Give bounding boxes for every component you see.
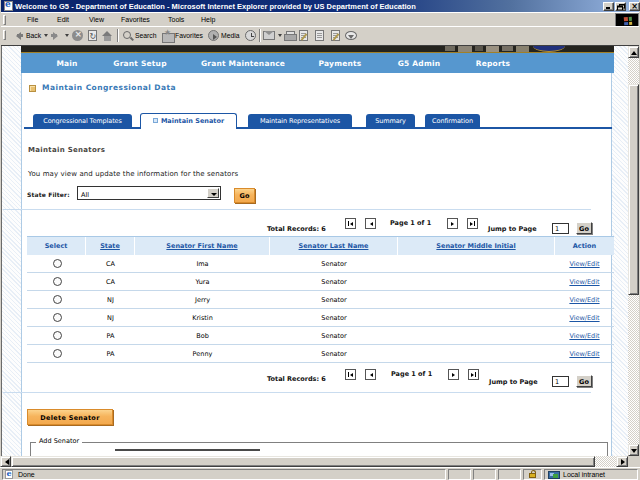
row-radio[interactable]	[53, 331, 62, 340]
tab-confirmation[interactable]: Confirmation	[425, 114, 480, 127]
jump-go-button-top[interactable]: Go	[576, 222, 592, 234]
col-last-name[interactable]: Senator Last Name	[270, 237, 398, 255]
delete-senator-button[interactable]: Delete Senator	[27, 409, 113, 425]
back-dropdown-icon[interactable]	[44, 34, 48, 37]
search-button[interactable]: Search	[122, 28, 157, 43]
scroll-down-button[interactable]	[628, 444, 639, 456]
mail-dropdown-icon[interactable]	[278, 34, 282, 37]
edit-icon	[299, 30, 308, 41]
row-radio[interactable]	[53, 277, 62, 286]
filter-go-button[interactable]: Go	[234, 188, 255, 203]
row-radio[interactable]	[53, 349, 62, 358]
home-button[interactable]	[102, 28, 113, 43]
view-edit-link[interactable]: View/Edit	[569, 332, 599, 340]
minimize-button[interactable]	[603, 2, 614, 11]
title-bar[interactable]: Welcome to G5 - Department of Education …	[0, 0, 640, 12]
next-page-button-bottom[interactable]	[448, 369, 459, 380]
close-button[interactable]	[629, 2, 640, 11]
toolbar-separator	[117, 29, 119, 42]
nav-main[interactable]: Main	[56, 59, 77, 68]
nav-g5-admin[interactable]: G5 Admin	[398, 59, 440, 68]
cell-action: View/Edit	[555, 273, 614, 290]
messenger-button[interactable]	[345, 28, 357, 43]
cell-state: NJ	[86, 309, 135, 326]
view-edit-link[interactable]: View/Edit	[569, 296, 599, 304]
jump-page-input-top[interactable]: 1	[552, 223, 569, 234]
table-row: PA Bob Senator View/Edit	[27, 327, 614, 345]
toolbar-grip[interactable]	[3, 30, 6, 40]
refresh-button[interactable]	[88, 28, 97, 43]
favorites-button[interactable]: Favorites	[162, 28, 203, 43]
horizontal-scroll-thumb[interactable]	[11, 456, 595, 467]
edit-page-button[interactable]	[315, 28, 324, 43]
edit-button[interactable]	[299, 28, 308, 43]
menu-view[interactable]: View	[89, 16, 104, 23]
vertical-scrollbar[interactable]	[628, 46, 639, 456]
forward-dropdown-icon[interactable]	[65, 34, 69, 37]
cell-state: PA	[86, 327, 135, 344]
back-button[interactable]: Back	[12, 28, 48, 43]
jump-page-input-bottom[interactable]: 1	[552, 376, 569, 387]
mail-button[interactable]	[263, 28, 282, 43]
scroll-up-button[interactable]	[628, 46, 639, 58]
menu-edit[interactable]: Edit	[57, 16, 69, 23]
state-filter-select[interactable]: All	[77, 186, 221, 200]
tab-summary[interactable]: Summary	[366, 114, 415, 127]
prev-page-button-bottom[interactable]	[365, 369, 376, 380]
table-row: CA Yura Senator View/Edit	[27, 273, 614, 291]
partial-input-top	[115, 449, 260, 451]
nav-grant-maintenance[interactable]: Grant Maintenance	[201, 59, 285, 68]
tab-maintain-senator[interactable]: Maintain Senator	[140, 113, 237, 129]
first-page-button-bottom[interactable]	[345, 369, 356, 380]
page-heading: Maintain Congressional Data	[42, 83, 176, 92]
restore-button[interactable]	[615, 2, 626, 11]
history-button[interactable]	[245, 28, 256, 43]
vertical-scroll-thumb[interactable]	[628, 84, 639, 295]
menu-tools[interactable]: Tools	[168, 16, 184, 23]
menu-favorites[interactable]: Favorites	[121, 16, 150, 23]
view-edit-link[interactable]: View/Edit	[569, 260, 599, 268]
media-button[interactable]: Media	[208, 28, 240, 43]
scroll-right-button[interactable]	[616, 456, 628, 467]
view-edit-link[interactable]: View/Edit	[569, 350, 599, 358]
row-radio[interactable]	[53, 259, 62, 268]
row-radio[interactable]	[53, 295, 62, 304]
stop-button[interactable]	[72, 28, 83, 43]
lock-icon	[529, 473, 536, 478]
tab-congressional-templates[interactable]: Congressional Templates	[33, 114, 132, 127]
discuss-button[interactable]	[331, 28, 340, 43]
horizontal-scrollbar[interactable]	[0, 456, 628, 467]
view-edit-link[interactable]: View/Edit	[569, 278, 599, 286]
col-first-name[interactable]: Senator First Name	[135, 237, 270, 255]
print-button[interactable]	[284, 28, 296, 43]
row-radio[interactable]	[53, 313, 62, 322]
scroll-left-button[interactable]	[0, 456, 11, 467]
next-page-button-top[interactable]	[447, 218, 458, 229]
tab-maintain-representatives[interactable]: Maintain Representatives	[248, 114, 352, 127]
col-middle-initial[interactable]: Senator Middle Initial	[398, 237, 555, 255]
total-records-bottom: Total Records: 6	[267, 375, 326, 383]
nav-payments[interactable]: Payments	[319, 59, 362, 68]
total-records-top: Total Records: 6	[267, 225, 326, 233]
nav-grant-setup[interactable]: Grant Setup	[113, 59, 166, 68]
col-state[interactable]: State	[86, 237, 135, 255]
cell-first-name: Jerry	[135, 291, 270, 308]
cell-last-name: Senator	[270, 273, 398, 290]
status-text: Done	[18, 471, 35, 478]
cell-action: View/Edit	[555, 291, 614, 308]
first-page-button-top[interactable]	[345, 218, 356, 229]
nav-reports[interactable]: Reports	[476, 59, 511, 68]
ie-throbber	[615, 13, 639, 27]
last-page-button-top[interactable]	[467, 218, 478, 229]
status-panel	[448, 469, 471, 480]
jump-go-button-bottom[interactable]: Go	[576, 375, 592, 387]
select-dropdown-icon[interactable]	[207, 188, 219, 198]
last-page-button-bottom[interactable]	[468, 369, 479, 380]
menu-file[interactable]: File	[27, 16, 38, 23]
prev-page-button-top[interactable]	[365, 218, 376, 229]
media-icon	[208, 30, 219, 41]
forward-button[interactable]	[50, 28, 69, 43]
cell-action: View/Edit	[555, 327, 614, 344]
menu-help[interactable]: Help	[201, 16, 215, 23]
view-edit-link[interactable]: View/Edit	[569, 314, 599, 322]
